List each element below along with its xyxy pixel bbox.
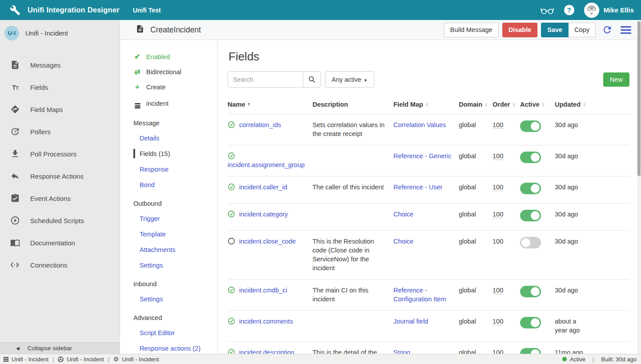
sidebar-item-documentation[interactable]: Documentation xyxy=(0,232,120,254)
glasses-icon[interactable] xyxy=(540,5,554,15)
field-name-link[interactable]: incident.close_code xyxy=(239,238,296,245)
sort-icon: ▲▼ xyxy=(485,102,488,107)
sidebar-item-pollers[interactable]: Pollers xyxy=(0,120,120,143)
sidebar-item-connections[interactable]: Connections xyxy=(0,254,120,276)
field-order[interactable]: 100 xyxy=(493,349,503,354)
sidebar-item-scheduled-scripts[interactable]: Scheduled Scripts xyxy=(0,209,120,232)
active-filter-dropdown[interactable]: Any active▼ xyxy=(325,71,374,88)
subnav-item-bond[interactable]: Bond xyxy=(133,181,217,189)
menu-button[interactable] xyxy=(621,26,631,34)
field-map-link[interactable]: Correlation Values xyxy=(393,121,446,128)
subnav-section-outbound: Outbound Trigger Template Attachments Se… xyxy=(133,200,217,269)
field-order[interactable]: 100 xyxy=(493,152,503,160)
sidebar-item-response-actions[interactable]: Response Actions xyxy=(0,165,120,187)
field-map-link[interactable]: Choice xyxy=(393,211,413,218)
column-header-order[interactable]: Order▲▼ xyxy=(493,101,520,108)
sidebar-item-fields[interactable]: TT Fields xyxy=(0,76,120,98)
column-header-domain[interactable]: Domain▲▼ xyxy=(459,101,493,108)
table-row: incident.description This is the detail … xyxy=(228,341,629,354)
column-header-active[interactable]: Active▲▼ xyxy=(520,101,555,108)
subnav-item-inbound-settings[interactable]: Settings xyxy=(133,295,217,303)
field-description: This is the detail of the incident xyxy=(312,348,393,354)
active-toggle[interactable] xyxy=(520,286,541,297)
field-name-link[interactable]: incident.caller_id xyxy=(239,184,287,191)
field-order[interactable]: 100 xyxy=(493,287,503,294)
sidebar-item-field-maps[interactable]: Field Maps xyxy=(0,98,120,120)
sidebar-item-event-actions[interactable]: Event Actions xyxy=(0,187,120,209)
field-name-link[interactable]: correlation_ids xyxy=(239,121,281,128)
field-map-link[interactable]: Choice xyxy=(393,238,413,245)
field-order[interactable]: 100 xyxy=(493,238,503,245)
field-state-icon xyxy=(228,237,235,245)
field-domain: global xyxy=(459,120,493,129)
active-toggle[interactable] xyxy=(520,237,541,248)
field-name-link[interactable]: incident.comments xyxy=(239,318,293,325)
scrollbar-thumb[interactable] xyxy=(637,21,641,176)
disable-button[interactable]: Disable xyxy=(502,23,538,37)
build-message-button[interactable]: Build Message xyxy=(444,23,499,37)
new-field-button[interactable]: New xyxy=(603,72,629,87)
column-header-updated[interactable]: Updated▲▼ xyxy=(555,101,629,108)
active-toggle[interactable] xyxy=(520,317,541,328)
collapse-sidebar-button[interactable]: ◀ Collapse sidebar xyxy=(0,342,120,354)
field-name-link[interactable]: incident.category xyxy=(239,211,288,218)
subnav-section-inbound: Inbound Settings xyxy=(133,280,217,303)
user-menu[interactable]: Mike Ellis xyxy=(584,3,634,18)
field-order[interactable]: 100 xyxy=(493,318,503,325)
field-map-link[interactable]: Reference - Configuration Item xyxy=(393,287,446,303)
environment-label[interactable]: Unifi Test xyxy=(133,7,161,14)
active-toggle[interactable] xyxy=(520,210,541,221)
field-map-link[interactable]: Reference - User xyxy=(393,184,442,191)
subnav-item-attachments[interactable]: Attachments xyxy=(133,246,217,254)
field-state-icon xyxy=(228,317,235,325)
statusbar-tab-settings[interactable]: ⚙ Unifi - Incident xyxy=(113,356,159,363)
subnav-item-template[interactable]: Template xyxy=(133,230,217,238)
field-map-link[interactable]: Reference - Generic xyxy=(393,152,452,160)
field-domain: global xyxy=(459,183,493,192)
sort-icon: ▲▼ xyxy=(513,102,516,107)
statusbar-tab-integration[interactable]: Unifi - Incident xyxy=(4,356,48,363)
sidebar-item-messages[interactable]: Messages xyxy=(0,54,120,76)
plus-icon: + xyxy=(133,83,141,92)
active-toggle[interactable] xyxy=(520,120,541,132)
active-toggle[interactable] xyxy=(520,348,541,354)
table-row: incident.category Choice global 100 30d … xyxy=(228,203,629,230)
field-order[interactable]: 100 xyxy=(493,184,503,191)
table-row: incident.close_code This is the Resoluti… xyxy=(228,230,629,279)
field-name-link[interactable]: incident.description xyxy=(239,349,294,354)
angle-brackets-icon xyxy=(10,260,20,270)
column-header-field-map[interactable]: Field Map▲▼ xyxy=(393,101,459,108)
field-map-link[interactable]: String xyxy=(393,349,410,354)
search-input[interactable] xyxy=(228,72,303,87)
refresh-button[interactable] xyxy=(602,24,613,35)
subnav-item-fields[interactable]: Fields (15) xyxy=(133,150,217,158)
status-bidirectional: ⇄ Bidirectional xyxy=(133,68,217,76)
active-toggle[interactable] xyxy=(520,152,541,163)
field-order[interactable]: 100 xyxy=(493,211,503,218)
subnav-item-outbound-settings[interactable]: Settings xyxy=(133,261,217,269)
column-header-name[interactable]: Name▲▼ xyxy=(228,101,312,108)
collapse-arrow-icon: ◀ xyxy=(16,346,20,351)
copy-button[interactable]: Copy xyxy=(569,23,596,37)
sidebar-item-poll-processors[interactable]: Poll Processors xyxy=(0,143,120,165)
field-order[interactable]: 100 xyxy=(493,121,503,129)
help-icon[interactable]: ? xyxy=(564,5,574,15)
subnav-item-response[interactable]: Response xyxy=(133,165,217,173)
active-toggle[interactable] xyxy=(520,183,541,194)
workspace-header[interactable]: U-I Unifi - Incident xyxy=(0,20,120,46)
active-indicator xyxy=(133,149,135,158)
field-domain: global xyxy=(459,317,493,326)
subnav-item-response-actions[interactable]: Response actions (2) xyxy=(133,344,217,352)
field-updated: 30d ago xyxy=(555,237,596,246)
search-button[interactable] xyxy=(303,72,320,87)
statusbar-tab-message[interactable]: Unifi - Incident xyxy=(58,356,104,363)
subnav-item-details[interactable]: Details xyxy=(133,134,217,142)
active-status-label: Active xyxy=(570,356,585,363)
subnav-item-trigger[interactable]: Trigger xyxy=(133,215,217,223)
save-button[interactable]: Save xyxy=(541,23,569,37)
field-name-link[interactable]: incident.assignment_group xyxy=(228,161,304,168)
subnav-item-script-editor[interactable]: Script Editor xyxy=(133,329,217,337)
field-name-link[interactable]: incident.cmdb_ci xyxy=(239,287,287,294)
field-map-link[interactable]: Journal field xyxy=(393,318,428,325)
book-icon xyxy=(10,237,20,248)
